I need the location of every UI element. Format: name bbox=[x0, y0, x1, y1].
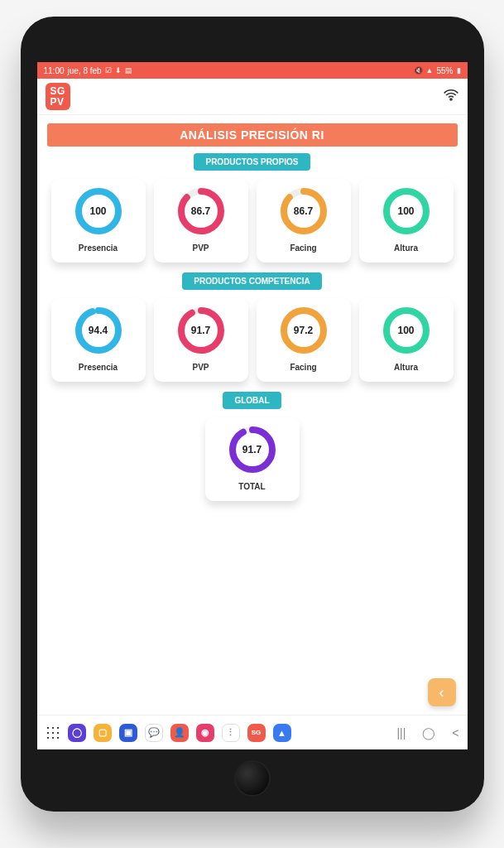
progress-ring: 97.2 bbox=[280, 306, 328, 354]
home-button[interactable]: ◯ bbox=[422, 726, 435, 740]
metric-value: 86.7 bbox=[280, 187, 328, 235]
status-date: jue, 8 feb bbox=[68, 66, 102, 75]
cards-row: 94.4Presencia91.7PVP97.2Facing100Altura bbox=[37, 295, 468, 387]
metric-label: Facing bbox=[290, 243, 316, 253]
back-nav-button[interactable]: < bbox=[452, 726, 458, 740]
section-heading: GLOBAL bbox=[223, 392, 281, 409]
progress-ring: 86.7 bbox=[280, 187, 328, 235]
check-icon: ☑ bbox=[105, 66, 112, 75]
metric-label: Facing bbox=[290, 363, 316, 372]
device-home-button[interactable] bbox=[234, 760, 271, 797]
logo-line-1: SG bbox=[50, 86, 65, 97]
status-right: 🔇 ▲ 55% ▮ bbox=[414, 66, 461, 75]
recents-button[interactable]: ||| bbox=[396, 726, 406, 740]
metric-card[interactable]: 100Presencia bbox=[51, 179, 146, 263]
status-battery: 55% bbox=[436, 66, 453, 75]
metric-label: Presencia bbox=[79, 243, 118, 253]
apps-grid-icon[interactable] bbox=[46, 725, 60, 740]
metric-card[interactable]: 97.2Facing bbox=[257, 298, 351, 382]
metric-card[interactable]: 86.7PVP bbox=[154, 179, 248, 263]
cards-row: 91.7TOTAL bbox=[37, 414, 468, 506]
dock-app-dashboard[interactable]: ▲ bbox=[273, 724, 291, 742]
metric-value: 91.7 bbox=[228, 426, 276, 474]
status-left: 11:00 jue, 8 feb ☑ ⬇ ▤ bbox=[44, 66, 132, 75]
status-bar: 11:00 jue, 8 feb ☑ ⬇ ▤ 🔇 ▲ 55% ▮ bbox=[37, 62, 468, 79]
metric-card[interactable]: 94.4Presencia bbox=[51, 298, 146, 382]
dock-apps: ◯▢▣💬👤◉⋮SG▲ bbox=[46, 724, 291, 742]
progress-ring: 91.7 bbox=[228, 426, 276, 474]
section-heading: PRODUCTOS COMPETENCIA bbox=[182, 272, 321, 290]
svg-point-0 bbox=[450, 99, 452, 100]
metric-label: TOTAL bbox=[238, 482, 265, 491]
metric-label: PVP bbox=[192, 363, 209, 372]
metric-value: 94.4 bbox=[74, 306, 122, 354]
dock-app-contacts[interactable]: 👤 bbox=[170, 724, 189, 742]
dock-app-camera[interactable]: ◉ bbox=[196, 724, 214, 742]
dock-app-menu[interactable]: ⋮ bbox=[222, 724, 240, 742]
metric-label: Altura bbox=[394, 363, 418, 372]
chevron-left-icon: ‹ bbox=[439, 684, 444, 701]
metric-label: Presencia bbox=[79, 363, 118, 372]
section-heading: PRODUCTOS PROPIOS bbox=[194, 153, 310, 171]
device-screen: 11:00 jue, 8 feb ☑ ⬇ ▤ 🔇 ▲ 55% ▮ SG PV bbox=[37, 62, 468, 749]
dock-nav: ||| ◯ < bbox=[396, 726, 458, 740]
metric-card[interactable]: 91.7PVP bbox=[154, 298, 248, 382]
metric-card[interactable]: 91.7TOTAL bbox=[205, 417, 300, 501]
metric-value: 100 bbox=[382, 187, 430, 235]
metric-label: PVP bbox=[192, 243, 209, 253]
dock-app-browser[interactable]: ◯ bbox=[68, 724, 86, 742]
progress-ring: 86.7 bbox=[177, 187, 225, 235]
progress-ring: 100 bbox=[382, 187, 430, 235]
metric-value: 97.2 bbox=[280, 306, 328, 354]
battery-icon: ▮ bbox=[457, 66, 461, 75]
wifi-icon: ▲ bbox=[426, 66, 434, 75]
progress-ring: 91.7 bbox=[177, 306, 225, 354]
status-time: 11:00 bbox=[44, 66, 65, 75]
navigation-dock: ◯▢▣💬👤◉⋮SG▲ ||| ◯ < bbox=[37, 715, 468, 749]
back-button[interactable]: ‹ bbox=[428, 678, 456, 706]
dock-app-files[interactable]: ▢ bbox=[94, 724, 112, 742]
metric-card[interactable]: 86.7Facing bbox=[257, 179, 351, 263]
metric-value: 100 bbox=[382, 306, 430, 354]
metric-value: 86.7 bbox=[177, 187, 225, 235]
wifi-indicator-icon bbox=[443, 87, 459, 107]
image-icon: ▤ bbox=[125, 66, 132, 75]
progress-ring: 100 bbox=[382, 306, 430, 354]
dock-app-tv[interactable]: ▣ bbox=[119, 724, 137, 742]
sections-container: PRODUCTOS PROPIOS100Presencia86.7PVP86.7… bbox=[37, 153, 468, 506]
app-header: SG PV bbox=[37, 79, 468, 115]
tablet-frame: 11:00 jue, 8 feb ☑ ⬇ ▤ 🔇 ▲ 55% ▮ SG PV bbox=[21, 17, 484, 812]
metric-value: 100 bbox=[74, 187, 122, 235]
metric-label: Altura bbox=[394, 243, 418, 253]
progress-ring: 94.4 bbox=[74, 306, 122, 354]
metric-value: 91.7 bbox=[177, 306, 225, 354]
metric-card[interactable]: 100Altura bbox=[359, 298, 454, 382]
metric-card[interactable]: 100Altura bbox=[359, 179, 454, 263]
cards-row: 100Presencia86.7PVP86.7Facing100Altura bbox=[37, 176, 468, 267]
main-content: ANÁLISIS PRECISIÓN RI PRODUCTOS PROPIOS1… bbox=[37, 115, 468, 715]
dock-app-sgpv[interactable]: SG bbox=[247, 724, 266, 742]
download-icon: ⬇ bbox=[115, 66, 122, 75]
app-logo[interactable]: SG PV bbox=[46, 83, 70, 110]
logo-line-2: PV bbox=[50, 97, 65, 108]
progress-ring: 100 bbox=[74, 187, 122, 235]
mute-icon: 🔇 bbox=[414, 66, 423, 75]
dock-app-chat[interactable]: 💬 bbox=[145, 724, 163, 742]
page-title: ANÁLISIS PRECISIÓN RI bbox=[47, 123, 458, 147]
